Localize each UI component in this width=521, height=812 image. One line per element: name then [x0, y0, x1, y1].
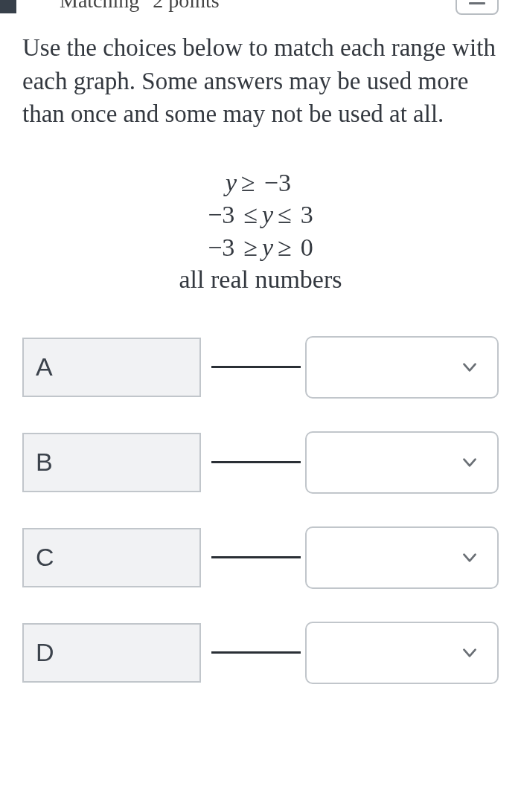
- chevron-down-icon: [460, 643, 479, 663]
- connector-line: [211, 366, 301, 368]
- choice-3: −3≥y≥0: [0, 231, 521, 264]
- choice-2: −3≤y≤3: [0, 199, 521, 231]
- prompt-box-c: C: [22, 528, 201, 587]
- menu-icon: [469, 0, 485, 4]
- choice-1: y≥−3: [0, 167, 521, 199]
- connector-line: [211, 461, 301, 463]
- match-row: A: [22, 336, 499, 399]
- chevron-down-icon: [460, 358, 479, 377]
- sidebar-marker: [0, 0, 16, 13]
- connector-line: [211, 651, 301, 654]
- answer-select-c[interactable]: [305, 526, 499, 589]
- question-points: 2 points: [153, 0, 219, 13]
- question-header: Matching 2 points: [0, 0, 521, 15]
- instructions-text: Use the choices below to match each rang…: [0, 15, 521, 131]
- answer-select-d[interactable]: [305, 622, 499, 684]
- prompt-box-b: B: [22, 433, 201, 492]
- choice-4: all real numbers: [0, 263, 521, 296]
- match-row: B: [22, 431, 499, 494]
- prompt-box-d: D: [22, 623, 201, 683]
- answer-select-b[interactable]: [305, 431, 499, 494]
- question-menu-button[interactable]: [456, 0, 499, 15]
- connector-line: [211, 556, 301, 558]
- matching-list: A B C D: [0, 336, 521, 684]
- match-row: D: [22, 622, 499, 684]
- prompt-label: A: [36, 352, 53, 381]
- match-row: C: [22, 526, 499, 589]
- prompt-label: D: [36, 638, 54, 667]
- answer-choices: y≥−3 −3≤y≤3 −3≥y≥0 all real numbers: [0, 167, 521, 296]
- answer-select-a[interactable]: [305, 336, 499, 399]
- chevron-down-icon: [460, 548, 479, 567]
- prompt-box-a: A: [22, 338, 201, 397]
- prompt-label: B: [36, 448, 53, 477]
- prompt-label: C: [36, 543, 54, 572]
- chevron-down-icon: [460, 453, 479, 472]
- question-type: Matching: [60, 0, 139, 13]
